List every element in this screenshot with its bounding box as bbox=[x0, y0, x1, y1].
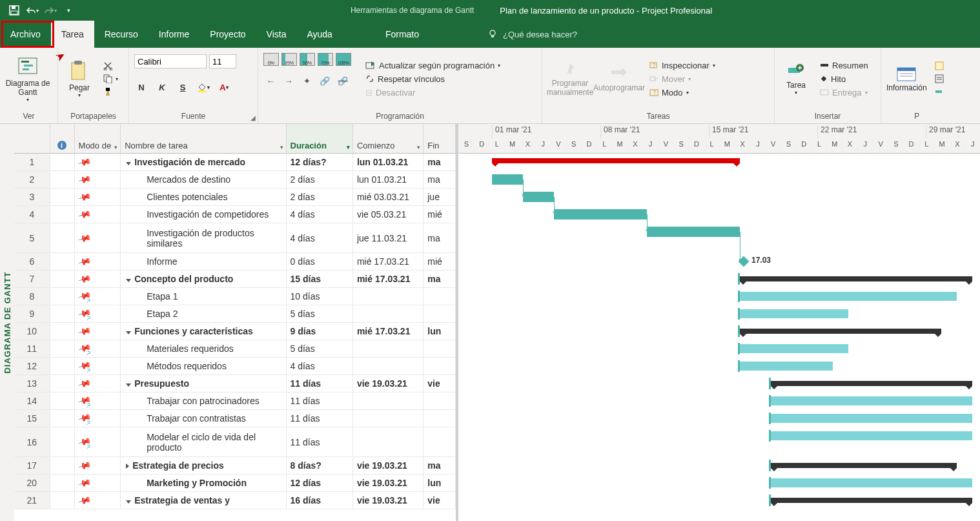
cell-mode[interactable]: 📌 bbox=[75, 340, 121, 357]
cell-mode[interactable]: 📌 bbox=[75, 457, 121, 474]
font-family-select[interactable] bbox=[134, 54, 207, 68]
cell-finish[interactable] bbox=[424, 358, 456, 374]
gantt-row[interactable] bbox=[458, 427, 980, 457]
cell-start[interactable]: mié 03.03.21 bbox=[353, 189, 424, 205]
cell-finish[interactable]: mié bbox=[424, 253, 456, 270]
cell-mode[interactable]: 📌 bbox=[75, 271, 121, 287]
gantt-row[interactable]: 17.03 bbox=[458, 253, 980, 271]
gantt-bar-manual[interactable] bbox=[740, 309, 848, 318]
gantt-row[interactable] bbox=[458, 154, 980, 171]
row-number[interactable]: 20 bbox=[14, 475, 50, 491]
tell-me-search[interactable]: ¿Qué desea hacer? bbox=[487, 21, 577, 48]
save-icon[interactable] bbox=[6, 3, 22, 18]
row-number[interactable]: 5 bbox=[14, 223, 50, 252]
cell-task-name[interactable]: Investigación de productos similares bbox=[121, 223, 286, 252]
table-row[interactable]: 16📌Modelar el ciclo de vida del producto… bbox=[14, 427, 456, 457]
row-number[interactable]: 11 bbox=[14, 340, 50, 357]
cell-duration[interactable]: 5 días bbox=[287, 305, 353, 322]
cell-finish[interactable]: lun bbox=[424, 323, 456, 340]
cell-duration[interactable]: 10 días bbox=[287, 288, 353, 305]
cell-start[interactable] bbox=[353, 288, 424, 305]
collapse-toggle-icon[interactable] bbox=[126, 464, 129, 469]
cell-task-name[interactable]: Estrategia de precios bbox=[121, 457, 286, 474]
gantt-chart-view-button[interactable]: Diagrama de Gantt ▾ bbox=[5, 50, 50, 107]
cell-task-name[interactable]: Métodos requeridos bbox=[121, 358, 286, 374]
cell-finish[interactable] bbox=[424, 340, 456, 357]
cell-duration[interactable]: 11 días bbox=[287, 393, 353, 409]
row-number[interactable]: 7 bbox=[14, 271, 50, 287]
cell-finish[interactable]: vie bbox=[424, 375, 456, 392]
gantt-row[interactable] bbox=[458, 475, 980, 492]
cell-start[interactable]: vie 19.03.21 bbox=[353, 375, 424, 392]
cell-finish[interactable]: vie bbox=[424, 492, 456, 509]
gantt-chart[interactable]: 01 mar '2108 mar '2115 mar '2122 mar '21… bbox=[458, 124, 980, 521]
cell-duration[interactable]: 16 días bbox=[287, 492, 353, 509]
pct-25-button[interactable]: 25% bbox=[281, 53, 297, 66]
gantt-row[interactable] bbox=[458, 457, 980, 475]
cell-info[interactable] bbox=[50, 427, 75, 456]
cell-info[interactable] bbox=[50, 305, 75, 322]
cell-mode[interactable]: 📌 bbox=[75, 206, 121, 223]
cell-task-name[interactable]: Trabajar con patrocinadores bbox=[121, 393, 286, 409]
cell-task-name[interactable]: Etapa 2 bbox=[121, 305, 286, 322]
row-number[interactable]: 13 bbox=[14, 375, 50, 392]
cell-task-name[interactable]: Presupuesto bbox=[121, 375, 286, 392]
insert-task-button[interactable]: Tarea ▾ bbox=[780, 50, 812, 107]
gantt-bar-task[interactable] bbox=[554, 209, 647, 220]
redo-icon[interactable]: ▾ bbox=[43, 3, 58, 18]
insert-milestone-button[interactable]: Hito bbox=[816, 73, 872, 85]
cell-duration[interactable]: 11 días bbox=[287, 427, 353, 456]
cell-mode[interactable]: 📌 bbox=[75, 393, 121, 409]
gantt-row[interactable] bbox=[458, 305, 980, 323]
deactivate-button[interactable]: ⊟ Desactivar bbox=[362, 87, 504, 99]
cell-info[interactable] bbox=[50, 206, 75, 223]
cell-mode[interactable]: 📌 bbox=[75, 288, 121, 305]
cell-finish[interactable] bbox=[424, 410, 456, 427]
gantt-bar-manual[interactable] bbox=[740, 362, 833, 371]
cell-duration[interactable]: 2 días bbox=[287, 189, 353, 205]
cell-duration[interactable]: 8 días? bbox=[287, 457, 353, 474]
cell-start[interactable]: lun 01.03.21 bbox=[353, 171, 424, 188]
gantt-bar-task[interactable] bbox=[523, 192, 554, 202]
cell-info[interactable] bbox=[50, 358, 75, 374]
gantt-row[interactable] bbox=[458, 492, 980, 509]
gantt-bar-manual[interactable] bbox=[771, 431, 972, 440]
collapse-toggle-icon[interactable] bbox=[126, 500, 131, 504]
schedule-manually-button[interactable]: Programar manualmente bbox=[547, 50, 593, 107]
row-number[interactable]: 10 bbox=[14, 323, 50, 340]
gantt-bar-task[interactable] bbox=[647, 227, 740, 237]
gantt-row[interactable] bbox=[458, 271, 980, 288]
cell-info[interactable] bbox=[50, 223, 75, 252]
table-row[interactable]: 13📌Presupuesto11 díasvie 19.03.21vie bbox=[14, 375, 456, 393]
cell-task-name[interactable]: Mercados de destino bbox=[121, 171, 286, 188]
cell-start[interactable] bbox=[353, 427, 424, 456]
cell-info[interactable] bbox=[50, 288, 75, 305]
col-header-row[interactable] bbox=[14, 124, 50, 153]
cell-task-name[interactable]: Concepto del producto bbox=[121, 271, 286, 287]
row-number[interactable]: 8 bbox=[14, 288, 50, 305]
cell-info[interactable] bbox=[50, 154, 75, 170]
gantt-row[interactable] bbox=[458, 375, 980, 393]
cell-duration[interactable]: 11 días bbox=[287, 375, 353, 392]
cell-mode[interactable]: 📌 bbox=[75, 358, 121, 374]
col-header-duration[interactable]: Duración▾ bbox=[287, 124, 353, 153]
table-row[interactable]: 7📌Concepto del producto15 díasmié 17.03.… bbox=[14, 271, 456, 288]
cell-info[interactable] bbox=[50, 323, 75, 340]
cell-info[interactable] bbox=[50, 410, 75, 427]
row-number[interactable]: 2 bbox=[14, 171, 50, 188]
cell-task-name[interactable]: Marketing y Promoción bbox=[121, 475, 286, 491]
cell-finish[interactable]: ma bbox=[424, 457, 456, 474]
collapse-toggle-icon[interactable] bbox=[126, 162, 131, 165]
cell-start[interactable]: vie 19.03.21 bbox=[353, 475, 424, 491]
table-row[interactable]: 20📌Marketing y Promoción12 díasvie 19.03… bbox=[14, 475, 456, 492]
gantt-row[interactable] bbox=[458, 410, 980, 427]
cell-info[interactable] bbox=[50, 475, 75, 491]
autoschedule-button[interactable]: Autoprogramar bbox=[597, 50, 642, 107]
cell-task-name[interactable]: Modelar el ciclo de vida del producto bbox=[121, 427, 286, 456]
gantt-bar-manual[interactable] bbox=[740, 344, 848, 353]
cell-start[interactable]: vie 19.03.21 bbox=[353, 492, 424, 509]
table-row[interactable]: 4📌Investigación de competidores4 díasvie… bbox=[14, 206, 456, 223]
tab-report[interactable]: Informe bbox=[148, 21, 199, 48]
cell-mode[interactable]: 📌 bbox=[75, 171, 121, 188]
cell-finish[interactable] bbox=[424, 393, 456, 409]
